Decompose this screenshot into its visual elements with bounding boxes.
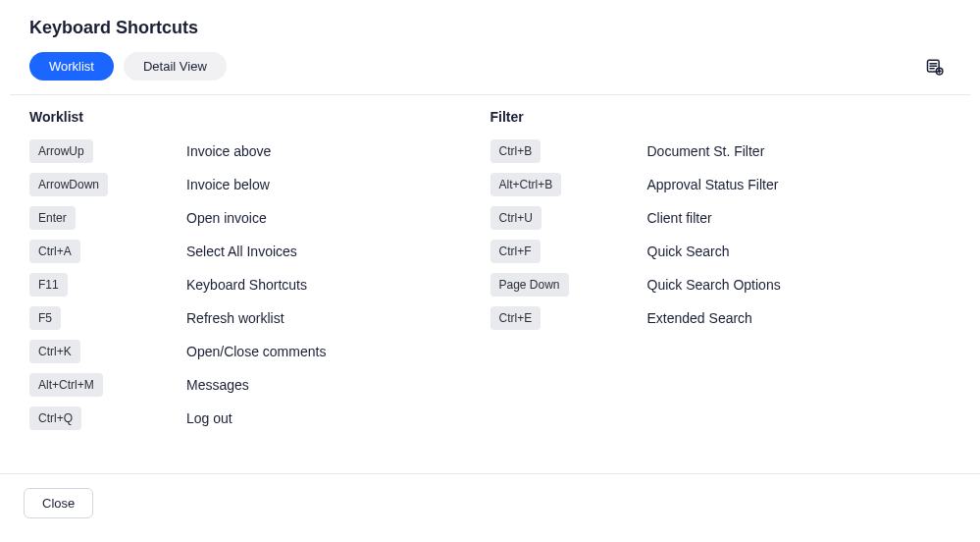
shortcut-key: Ctrl+B <box>490 139 542 163</box>
shortcut-row: Ctrl+Q Log out <box>29 402 490 435</box>
shortcut-row: Ctrl+F Quick Search <box>490 235 952 268</box>
column-filter: Filter Ctrl+B Document St. Filter Alt+Ct… <box>490 109 952 435</box>
shortcut-row: Ctrl+A Select All Invoices <box>29 235 490 268</box>
shortcut-desc: Keyboard Shortcuts <box>186 277 307 293</box>
shortcut-desc: Approval Status Filter <box>647 177 779 192</box>
shortcut-table-filter: Ctrl+B Document St. Filter Alt+Ctrl+B Ap… <box>490 135 952 335</box>
shortcut-row: Page Down Quick Search Options <box>490 268 952 301</box>
shortcut-row: Alt+Ctrl+M Messages <box>29 368 490 402</box>
shortcut-row: Alt+Ctrl+B Approval Status Filter <box>490 168 952 201</box>
shortcut-row: Ctrl+B Document St. Filter <box>490 135 952 168</box>
shortcut-key: Enter <box>29 206 76 230</box>
shortcut-key: Alt+Ctrl+M <box>29 373 103 397</box>
shortcut-key: ArrowDown <box>29 173 108 196</box>
shortcut-desc: Invoice above <box>186 143 271 159</box>
shortcut-row: ArrowDown Invoice below <box>29 168 490 201</box>
shortcut-row: F5 Refresh worklist <box>29 301 490 335</box>
close-button[interactable]: Close <box>24 488 93 518</box>
shortcut-desc: Extended Search <box>647 310 752 326</box>
section-heading-worklist: Worklist <box>29 109 490 125</box>
shortcut-key: Ctrl+F <box>490 240 541 263</box>
shortcut-key: F11 <box>29 273 68 297</box>
shortcut-key: Ctrl+U <box>490 206 542 230</box>
shortcut-desc: Quick Search Options <box>647 277 781 293</box>
shortcut-key: Ctrl+Q <box>29 406 81 430</box>
shortcut-table-worklist: ArrowUp Invoice above ArrowDown Invoice … <box>29 135 490 435</box>
shortcut-row: Ctrl+E Extended Search <box>490 301 952 335</box>
dialog-header: Keyboard Shortcuts Worklist Detail View <box>0 0 980 94</box>
shortcut-key: Ctrl+E <box>490 306 542 330</box>
list-add-icon[interactable] <box>925 57 945 77</box>
section-heading-filter: Filter <box>490 109 952 125</box>
shortcut-desc: Log out <box>186 410 232 426</box>
shortcut-row: Ctrl+U Client filter <box>490 201 952 235</box>
shortcut-key: Ctrl+A <box>29 240 80 263</box>
tabs-group: Worklist Detail View <box>29 52 227 81</box>
shortcut-desc: Client filter <box>647 210 712 226</box>
shortcut-key: Alt+Ctrl+B <box>490 173 562 196</box>
shortcut-key: Ctrl+K <box>29 340 80 363</box>
shortcut-row: ArrowUp Invoice above <box>29 135 490 168</box>
shortcut-row: F11 Keyboard Shortcuts <box>29 268 490 301</box>
shortcut-key: F5 <box>29 306 61 330</box>
dialog-footer: Close <box>0 473 980 542</box>
shortcut-desc: Open/Close comments <box>186 344 326 359</box>
shortcut-desc: Messages <box>186 377 249 393</box>
column-worklist: Worklist ArrowUp Invoice above ArrowDown… <box>29 109 490 435</box>
tab-worklist[interactable]: Worklist <box>29 52 114 81</box>
shortcut-desc: Quick Search <box>647 244 730 259</box>
shortcut-desc: Document St. Filter <box>647 143 765 159</box>
shortcut-desc: Select All Invoices <box>186 244 297 259</box>
shortcut-row: Enter Open invoice <box>29 201 490 235</box>
shortcut-key: ArrowUp <box>29 139 93 163</box>
shortcut-desc: Open invoice <box>186 210 267 226</box>
shortcut-desc: Refresh worklist <box>186 310 284 326</box>
shortcut-desc: Invoice below <box>186 177 270 192</box>
page-title: Keyboard Shortcuts <box>29 18 951 38</box>
shortcut-row: Ctrl+K Open/Close comments <box>29 335 490 368</box>
content-area: Worklist ArrowUp Invoice above ArrowDown… <box>0 95 980 435</box>
tab-detail-view[interactable]: Detail View <box>124 52 227 81</box>
tabs-row: Worklist Detail View <box>29 52 951 94</box>
shortcut-key: Page Down <box>490 273 569 297</box>
